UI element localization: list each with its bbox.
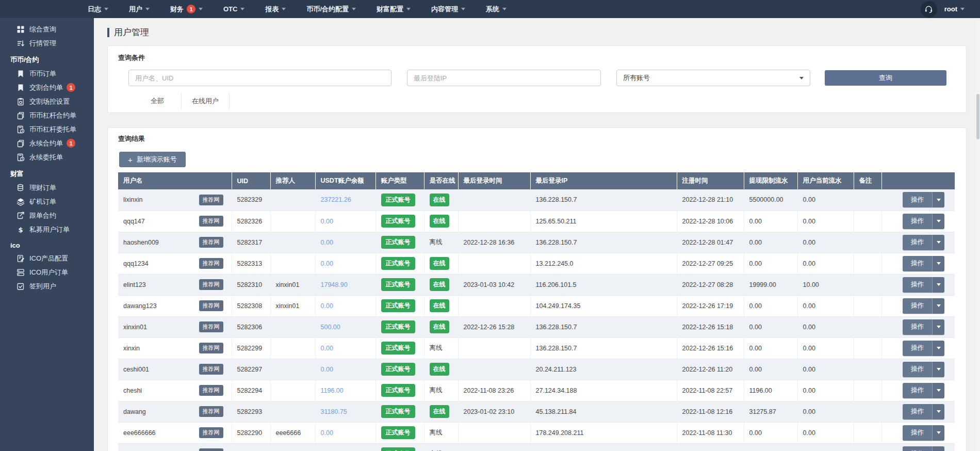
sidebar-item[interactable]: 币币杠杆委托单 [0, 122, 94, 136]
action-dropdown-toggle[interactable] [932, 404, 944, 420]
action-dropdown-toggle[interactable] [932, 298, 944, 314]
add-demo-account-button[interactable]: + 新增演示账号 [119, 152, 186, 167]
usdt-balance-link[interactable]: 0.00 [321, 218, 333, 225]
nav-menu[interactable]: 内容管理 [421, 0, 476, 18]
sidebar-item[interactable]: 永续合约单 1 [0, 136, 94, 150]
usdt-balance-link[interactable]: 0.00 [321, 302, 333, 310]
sidebar-item[interactable]: 币币杠杆合约单 [0, 108, 94, 122]
usdt-balance-link[interactable]: 0.00 [321, 429, 333, 437]
online-status: 在线 [430, 320, 449, 333]
action-button[interactable]: 操作 [903, 383, 944, 398]
online-status: 在线 [430, 405, 449, 418]
action-button[interactable]: 操作 [903, 446, 944, 451]
topbar-right: root [921, 1, 980, 18]
sidebar-item[interactable]: 综合查询 [0, 22, 94, 36]
sidebar-item[interactable]: 永续委托单 [0, 150, 94, 164]
nav-menu[interactable]: 报表 [255, 0, 296, 18]
action-button-label[interactable]: 操作 [903, 256, 932, 271]
chevron-down-icon [937, 220, 941, 222]
action-button-label[interactable]: 操作 [903, 319, 932, 335]
action-button-label[interactable]: 操作 [903, 298, 932, 314]
sidebar-item[interactable]: 行情管理 [0, 36, 94, 50]
last-login-ip-input[interactable] [407, 70, 601, 86]
search-panel: 查询条件 所有账号 查询 全部 在线用户 [107, 45, 967, 113]
user-current-flow: 0.00 [797, 380, 854, 401]
sidebar-item[interactable]: 跟单合约 [0, 208, 94, 222]
usdt-balance-link[interactable]: 500.00 [321, 324, 340, 331]
action-dropdown-toggle[interactable] [932, 256, 944, 271]
action-button[interactable]: 操作 [903, 277, 944, 293]
username-uid-input[interactable] [128, 70, 391, 86]
action-button[interactable]: 操作 [903, 362, 944, 377]
last-login-ip: 136.228.150.7 [530, 337, 677, 359]
action-button-label[interactable]: 操作 [903, 362, 932, 377]
action-button-label[interactable]: 操作 [903, 446, 932, 451]
action-button-label[interactable]: 操作 [903, 214, 932, 229]
action-button[interactable]: 操作 [903, 319, 944, 335]
sidebar-item[interactable]: $ 私募用户订单 [0, 222, 94, 236]
action-dropdown-toggle[interactable] [932, 214, 944, 229]
action-button[interactable]: 操作 [903, 404, 944, 420]
sidebar-item[interactable]: ICO用户订单 [0, 265, 94, 279]
action-button-label[interactable]: 操作 [903, 235, 932, 250]
action-button[interactable]: 操作 [903, 425, 944, 441]
sidebar-item[interactable]: 币币订单 [0, 67, 94, 80]
action-dropdown-toggle[interactable] [932, 277, 944, 293]
nav-menu[interactable]: 用户 [119, 0, 160, 18]
support-button[interactable] [921, 1, 937, 18]
action-dropdown-toggle[interactable] [932, 362, 944, 377]
scrollbar-thumb[interactable] [976, 94, 979, 139]
usdt-balance-link[interactable]: 31180.75 [321, 408, 347, 415]
usdt-balance-link[interactable]: 17948.90 [321, 281, 348, 288]
action-button-label[interactable]: 操作 [903, 277, 932, 293]
sidebar-item[interactable]: 交割场控设置 [0, 94, 94, 108]
action-dropdown-toggle[interactable] [932, 235, 944, 250]
usdt-balance-link[interactable]: 0.00 [321, 260, 333, 267]
action-dropdown-toggle[interactable] [932, 192, 944, 207]
sidebar-item[interactable]: 签到用户 [0, 279, 94, 293]
nav-menu[interactable]: 币币/合约配置 [296, 0, 366, 18]
search-button[interactable]: 查询 [825, 70, 946, 86]
nav-menu[interactable]: OTC [213, 0, 255, 18]
action-dropdown-toggle[interactable] [932, 383, 944, 398]
action-button-label[interactable]: 操作 [903, 383, 932, 398]
usdt-balance-link[interactable]: 0.00 [321, 239, 333, 246]
usdt-balance-link[interactable]: 1196.00 [321, 387, 344, 394]
table-row: qqq1234 推荐网 5282313 0.00 正式账号 在线 13.212.… [118, 253, 955, 274]
nav-menu[interactable]: 财务 1 [160, 0, 213, 18]
action-button-label[interactable]: 操作 [903, 425, 932, 441]
action-button[interactable]: 操作 [903, 192, 944, 207]
account-type-badge: 正式账号 [381, 320, 415, 333]
action-dropdown-toggle[interactable] [932, 425, 944, 441]
last-login-time: 2022-11-08 14:45 [458, 443, 530, 451]
usdt-balance-link[interactable]: 0.00 [321, 366, 333, 373]
action-button-label[interactable]: 操作 [903, 192, 932, 207]
action-button[interactable]: 操作 [903, 341, 944, 356]
remark [854, 443, 881, 451]
remark [854, 401, 881, 422]
action-button-label[interactable]: 操作 [903, 341, 932, 356]
action-button-label[interactable]: 操作 [903, 404, 932, 420]
nav-menu[interactable]: 系统 [476, 0, 517, 18]
sidebar-item[interactable]: ICO产品配置 [0, 251, 94, 265]
scrollbar-track[interactable] [976, 18, 980, 451]
user-menu[interactable]: root [944, 5, 965, 13]
results-panel-title: 查询结果 [118, 134, 956, 143]
nav-menu[interactable]: 财富配置 [366, 0, 421, 18]
action-button[interactable]: 操作 [903, 214, 944, 229]
action-button[interactable]: 操作 [903, 256, 944, 271]
sidebar-item[interactable]: 交割合约单 1 [0, 80, 94, 94]
action-dropdown-toggle[interactable] [932, 319, 944, 335]
tab-all[interactable]: 全部 [134, 93, 182, 109]
sidebar-item[interactable]: 理财订单 [0, 181, 94, 195]
usdt-balance-link[interactable]: 0.00 [321, 345, 333, 352]
usdt-balance-link[interactable]: 237221.26 [321, 196, 351, 203]
nav-menu[interactable]: 日志 [77, 0, 119, 18]
action-button[interactable]: 操作 [903, 298, 944, 314]
tab-online-users[interactable]: 在线用户 [182, 93, 230, 109]
action-button[interactable]: 操作 [903, 235, 944, 250]
sidebar-item[interactable]: 矿机订单 [0, 195, 94, 208]
account-type-select[interactable]: 所有账号 [616, 70, 810, 86]
action-dropdown-toggle[interactable] [932, 446, 944, 451]
action-dropdown-toggle[interactable] [932, 341, 944, 356]
